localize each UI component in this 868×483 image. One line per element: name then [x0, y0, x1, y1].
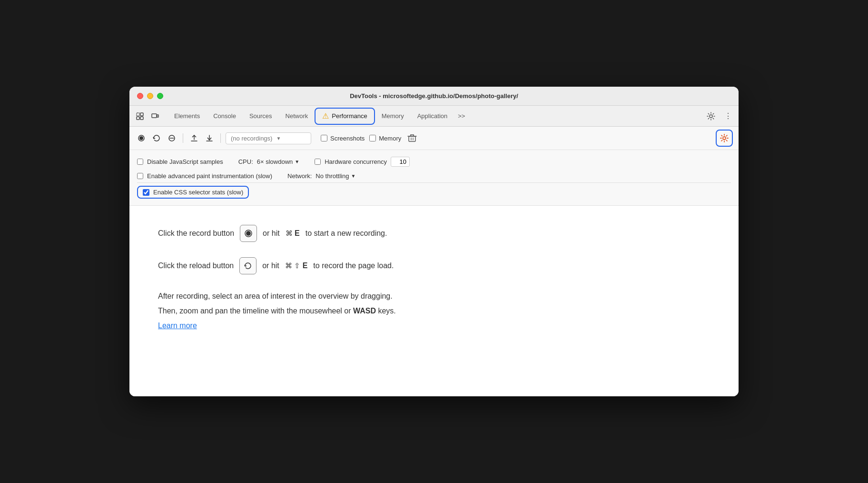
upload-profile-button[interactable] [188, 132, 200, 144]
svg-rect-1 [140, 113, 143, 116]
tab-application[interactable]: Application [411, 108, 454, 125]
cpu-select[interactable]: 6× slowdown ▼ [257, 158, 299, 165]
record-or-hit: or hit [263, 229, 280, 238]
record-shortcut: ⌘ E [286, 229, 300, 238]
network-value: No throttling [316, 172, 349, 180]
settings-row-1: Disable JavaScript samples CPU: 6× slowd… [137, 154, 731, 170]
warning-icon: ⚠ [322, 111, 329, 121]
css-selector-stats-label: Enable CSS selector stats (slow) [153, 189, 243, 196]
reload-instruction-line: Click the reload button or hit ⌘ ⇧ E to … [158, 257, 710, 274]
collect-garbage-button[interactable] [406, 132, 418, 144]
record-instruction-line: Click the record button or hit ⌘ E to st… [158, 225, 710, 242]
enable-paint-checkbox[interactable] [137, 173, 143, 179]
devtools-tools [133, 110, 162, 123]
record-icon-display [240, 225, 257, 242]
network-label: Network: [287, 172, 312, 180]
svg-rect-3 [140, 117, 143, 120]
enable-paint-label: Enable advanced paint instrumentation (s… [147, 172, 272, 180]
tab-bar: Elements Console Sources Network ⚠ Perfo… [129, 106, 739, 127]
devtools-settings-button[interactable] [704, 110, 718, 123]
memory-label: Memory [379, 135, 401, 142]
memory-checkbox-item: Memory [369, 135, 401, 142]
record-text-prefix: Click the record button [158, 229, 234, 238]
css-selector-stats-checkbox[interactable] [143, 189, 149, 196]
toolbar-left: (no recordings) ▼ [135, 132, 311, 144]
clear-button[interactable] [166, 132, 178, 144]
tab-memory[interactable]: Memory [375, 108, 411, 125]
reload-text-suffix: to record the page load. [313, 262, 394, 270]
disable-js-samples-checkbox[interactable] [137, 159, 143, 165]
svg-point-22 [246, 231, 251, 236]
performance-settings-button[interactable] [716, 130, 733, 147]
title-bar: DevTools - microsoftedge.github.io/Demos… [129, 87, 739, 106]
reload-shortcut: ⌘ ⇧ E [285, 262, 308, 270]
screenshots-label: Screenshots [330, 135, 365, 142]
hardware-concurrency-checkbox[interactable] [315, 159, 321, 165]
reload-text-prefix: Click the reload button [158, 262, 234, 270]
minimize-button[interactable] [147, 93, 153, 99]
recordings-chevron-icon: ▼ [276, 136, 281, 141]
learn-more-link[interactable]: Learn more [158, 322, 197, 330]
toolbar-separator-2 [220, 133, 221, 143]
reload-icon-display [239, 257, 256, 274]
tab-elements[interactable]: Elements [168, 108, 207, 125]
more-tabs-button[interactable]: >> [454, 111, 469, 121]
maximize-button[interactable] [157, 93, 163, 99]
close-button[interactable] [137, 93, 143, 99]
after-recording-block: After recording, select an area of inter… [158, 290, 710, 332]
svg-rect-5 [157, 115, 158, 117]
inspect-element-icon[interactable] [133, 110, 147, 123]
record-text-suffix: to start a new recording. [306, 229, 387, 238]
recordings-dropdown[interactable]: (no recordings) ▼ [226, 132, 311, 144]
settings-row-2: Enable advanced paint instrumentation (s… [137, 170, 731, 182]
after-recording-line2: Then, zoom and pan the timeline with the… [158, 304, 710, 317]
svg-rect-0 [137, 113, 139, 116]
tab-network[interactable]: Network [279, 108, 315, 125]
performance-toolbar: (no recordings) ▼ Screenshots Memory [129, 127, 739, 150]
screenshots-checkbox-item: Screenshots [321, 135, 365, 142]
reload-profile-button[interactable] [150, 132, 163, 144]
reload-or-hit: or hit [262, 262, 279, 270]
main-content: Click the record button or hit ⌘ E to st… [129, 206, 739, 396]
svg-rect-2 [137, 117, 139, 120]
cpu-dropdown-icon: ▼ [295, 159, 299, 164]
disable-js-samples-group: Disable JavaScript samples [137, 158, 223, 165]
hardware-concurrency-group: Hardware concurrency [315, 157, 410, 167]
css-selector-stats-group: Enable CSS selector stats (slow) [137, 186, 249, 199]
memory-checkbox[interactable] [369, 135, 376, 141]
after-recording-line1: After recording, select an area of inter… [158, 290, 710, 302]
devtools-more-button[interactable]: ⋮ [721, 110, 735, 123]
tab-console[interactable]: Console [207, 108, 243, 125]
hardware-concurrency-label: Hardware concurrency [325, 158, 387, 165]
svg-point-20 [723, 137, 726, 140]
tab-bar-right: ⋮ [704, 110, 735, 123]
settings-area: Disable JavaScript samples CPU: 6× slowd… [129, 150, 739, 206]
cpu-label: CPU: [238, 158, 253, 165]
traffic-lights [137, 93, 163, 99]
disable-js-samples-label: Disable JavaScript samples [147, 158, 223, 165]
network-dropdown-icon: ▼ [351, 173, 355, 179]
network-select[interactable]: No throttling ▼ [316, 172, 355, 180]
wasd-label: WASD [353, 307, 376, 315]
tab-list: Elements Console Sources Network ⚠ Perfo… [168, 108, 704, 125]
network-throttle-group: Network: No throttling ▼ [287, 172, 355, 180]
settings-row-3: Enable CSS selector stats (slow) [137, 182, 731, 201]
cpu-value: 6× slowdown [257, 158, 293, 165]
devtools-window: DevTools - microsoftedge.github.io/Demos… [129, 87, 739, 396]
svg-rect-13 [409, 136, 415, 141]
record-button[interactable] [135, 132, 148, 144]
enable-paint-group: Enable advanced paint instrumentation (s… [137, 172, 272, 180]
cpu-throttle-group: CPU: 6× slowdown ▼ [238, 158, 300, 165]
tab-performance[interactable]: ⚠ Performance [315, 108, 375, 125]
tab-sources[interactable]: Sources [243, 108, 279, 125]
window-title: DevTools - microsoftedge.github.io/Demos… [350, 92, 518, 100]
device-toolbar-icon[interactable] [148, 110, 162, 123]
svg-point-8 [139, 136, 143, 140]
toolbar-separator-1 [183, 133, 183, 143]
svg-rect-4 [152, 114, 157, 118]
hardware-concurrency-input[interactable] [391, 157, 410, 167]
screenshots-checkbox[interactable] [321, 135, 327, 141]
download-profile-button[interactable] [203, 132, 216, 144]
toolbar-right: Screenshots Memory [321, 132, 418, 144]
svg-point-6 [710, 115, 712, 118]
